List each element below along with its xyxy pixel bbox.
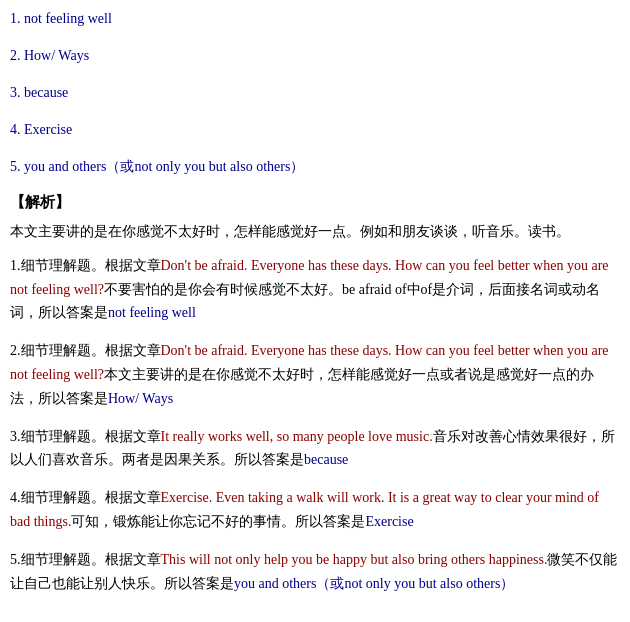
answer-item-5: 5. you and others（或not only you but also…: [10, 156, 620, 177]
answer-text-3: because: [24, 85, 68, 100]
analysis-answer-1: not feeling well: [108, 305, 196, 320]
analysis-item-5: 5.细节理解题。根据文章This will not only help you …: [10, 548, 620, 596]
answer-item-1: 1. not feeling well: [10, 8, 620, 29]
answer-num-4: 4.: [10, 122, 21, 137]
answer-item-3: 3. because: [10, 82, 620, 103]
analysis-item-4: 4.细节理解题。根据文章Exercise. Even taking a walk…: [10, 486, 620, 534]
analysis-answer-5: you and others（或not only you but also ot…: [234, 576, 514, 591]
answer-text-1: not feeling well: [24, 11, 112, 26]
analysis-label-1: 细节理解题。根据文章: [21, 258, 161, 273]
analysis-rest-4: 可知，锻炼能让你忘记不好的事情。所以答案是: [71, 514, 365, 529]
answer-item-4: 4. Exercise: [10, 119, 620, 140]
analysis-label-2: 细节理解题。根据文章: [21, 343, 161, 358]
answer-num-1: 1.: [10, 11, 21, 26]
analysis-label-4: 细节理解题。根据文章: [21, 490, 161, 505]
analysis-num-3: 3.: [10, 429, 21, 444]
intro-paragraph: 本文主要讲的是在你感觉不太好时，怎样能感觉好一点。例如和朋友谈谈，听音乐。读书。: [10, 220, 620, 244]
analysis-answer-3: because: [304, 452, 348, 467]
analysis-label-5: 细节理解题。根据文章: [21, 552, 161, 567]
answer-text-2: How/ Ways: [24, 48, 89, 63]
answer-item-2: 2. How/ Ways: [10, 45, 620, 66]
answer-text-4: Exercise: [24, 122, 72, 137]
analysis-num-1: 1.: [10, 258, 21, 273]
analysis-item-1: 1.细节理解题。根据文章Don't be afraid. Everyone ha…: [10, 254, 620, 325]
answer-text-5: you and others（或not only you but also ot…: [24, 159, 304, 174]
analysis-answer-4: Exercise: [365, 514, 413, 529]
answer-num-3: 3.: [10, 85, 21, 100]
analysis-quote-5: This will not only help you be happy but…: [161, 552, 548, 567]
analysis-answer-2: How/ Ways: [108, 391, 173, 406]
answer-num-2: 2.: [10, 48, 21, 63]
analysis-num-4: 4.: [10, 490, 21, 505]
analysis-num-2: 2.: [10, 343, 21, 358]
answer-num-5: 5.: [10, 159, 21, 174]
section-header: 【解析】: [10, 193, 620, 212]
analysis-num-5: 5.: [10, 552, 21, 567]
analysis-item-3: 3.细节理解题。根据文章It really works well, so man…: [10, 425, 620, 473]
analysis-label-3: 细节理解题。根据文章: [21, 429, 161, 444]
analysis-list: 1.细节理解题。根据文章Don't be afraid. Everyone ha…: [10, 254, 620, 596]
analysis-item-2: 2.细节理解题。根据文章Don't be afraid. Everyone ha…: [10, 339, 620, 410]
answers-list: 1. not feeling well 2. How/ Ways 3. beca…: [10, 8, 620, 177]
analysis-quote-3: It really works well, so many people lov…: [161, 429, 433, 444]
